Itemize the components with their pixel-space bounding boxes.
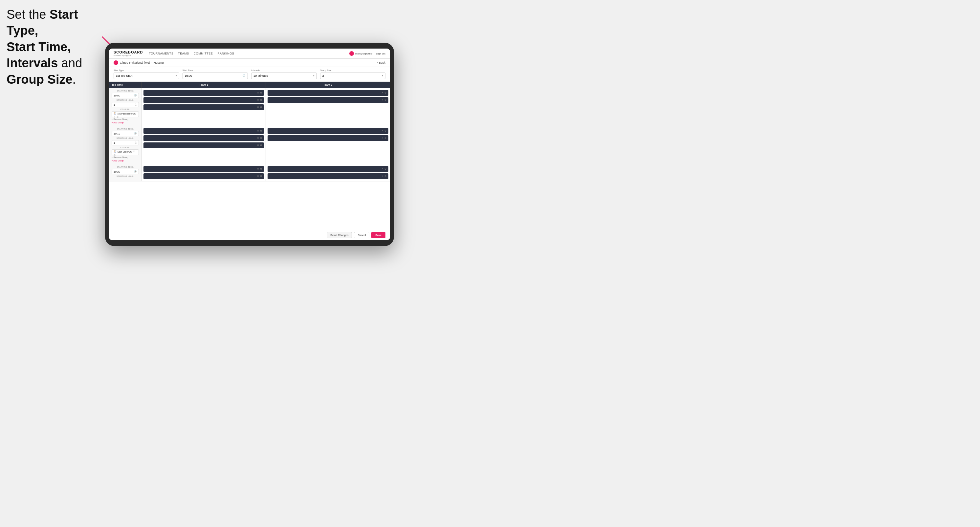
starting-hole-value-2: 1 bbox=[114, 141, 115, 144]
starting-time-input-3[interactable]: 10:20 🕐 bbox=[111, 169, 139, 174]
hole-down-icon[interactable]: ▼ bbox=[135, 143, 137, 145]
nav-right: blair@clippd.io | Sign out bbox=[349, 51, 385, 56]
player-x-icon[interactable]: ✕ bbox=[382, 92, 383, 94]
player-gear-icon[interactable]: ⚙ bbox=[260, 175, 262, 178]
player-gear-icon[interactable]: ⚙ bbox=[260, 130, 262, 132]
player-row: ✕ ⚙ bbox=[143, 97, 264, 103]
add-group-btn-1[interactable]: + Add Group bbox=[111, 121, 139, 124]
player-row: ✕ ⚙ bbox=[267, 166, 388, 172]
player-row: ✕ ⚙ bbox=[267, 173, 388, 179]
group-size-field: Group Size 3 ▾ bbox=[320, 69, 386, 79]
starting-hole-input-2[interactable]: 1 ▲ ▼ bbox=[111, 140, 139, 145]
player-x-icon[interactable]: ✕ bbox=[257, 92, 259, 94]
breadcrumb-tournament[interactable]: Clippd Invitational (Me) bbox=[120, 61, 150, 64]
instruction-bold-3: Intervals bbox=[6, 56, 58, 70]
tee-time-col-1: STARTING TIME: 10:00 🕐 STARTING HOLE: 1 … bbox=[109, 88, 142, 126]
nav-bar: SCOREBOARD Powered by clipp.io TOURNAMEN… bbox=[109, 49, 390, 59]
course-flag-icon-2: 🏌 bbox=[114, 150, 116, 153]
course-remove-icon-2[interactable]: ✕ bbox=[133, 150, 135, 153]
player-row: ✕ ⚙ bbox=[143, 173, 264, 179]
clock-icon-2: 🕐 bbox=[134, 132, 137, 135]
player-x-icon[interactable]: ✕ bbox=[382, 175, 383, 178]
back-button[interactable]: ‹ Back bbox=[377, 61, 385, 64]
start-type-field: Start Type 1st Tee Start ▾ bbox=[114, 69, 179, 79]
start-time-value: 10:00 bbox=[185, 74, 192, 78]
breadcrumb-section: Hosting bbox=[154, 61, 164, 64]
player-gear-icon[interactable]: ⚙ bbox=[260, 92, 262, 94]
player-row: ✕ ⚙ bbox=[143, 166, 264, 172]
course-name-2: East Lake GC bbox=[118, 151, 132, 153]
player-x-icon[interactable]: ✕ bbox=[382, 99, 383, 102]
remove-group-btn-2[interactable]: ○ Remove Group bbox=[111, 156, 139, 159]
start-type-value: 1st Tee Start bbox=[116, 74, 132, 78]
user-email: blair@clippd.io bbox=[355, 52, 372, 55]
course-tag-2[interactable]: 🏌 East Lake GC ✕ ⚙ bbox=[111, 149, 139, 155]
hole-down-icon[interactable]: ▼ bbox=[135, 105, 137, 106]
player-gear-icon[interactable]: ⚙ bbox=[385, 168, 387, 170]
player-x-icon[interactable]: ✕ bbox=[382, 168, 383, 170]
tablet-screen: SCOREBOARD Powered by clipp.io TOURNAMEN… bbox=[109, 49, 390, 240]
bottom-bar: Reset Changes Cancel Save bbox=[109, 230, 390, 240]
starting-time-input-1[interactable]: 10:00 🕐 bbox=[111, 93, 139, 98]
group-size-select[interactable]: 3 ▾ bbox=[320, 73, 386, 79]
start-type-select[interactable]: 1st Tee Start ▾ bbox=[114, 73, 179, 79]
player-x-icon[interactable]: ✕ bbox=[382, 130, 383, 132]
course-tag-1[interactable]: 🏌 (A) Peachtree GC ✕ ⚙ bbox=[111, 111, 139, 117]
player-x-icon[interactable]: ✕ bbox=[257, 130, 259, 132]
instruction-bold-1: Start Type, bbox=[6, 8, 78, 37]
instruction-bold-4: Group Size bbox=[6, 73, 73, 86]
starting-time-input-2[interactable]: 10:10 🕐 bbox=[111, 131, 139, 136]
nav-committee[interactable]: COMMITTEE bbox=[194, 52, 213, 55]
starting-hole-input-1[interactable]: 1 ▲ ▼ bbox=[111, 102, 139, 107]
nav-rankings[interactable]: RANKINGS bbox=[217, 52, 234, 55]
group-size-label: Group Size bbox=[320, 69, 386, 71]
course-label-1: COURSE: bbox=[111, 108, 139, 110]
player-gear-icon[interactable]: ⚙ bbox=[385, 99, 387, 102]
intervals-field: Intervals 10 Minutes ▾ bbox=[251, 69, 317, 79]
reset-changes-button[interactable]: Reset Changes bbox=[327, 232, 352, 238]
breadcrumb-bar: Clippd Invitational (Me) › Hosting ‹ Bac… bbox=[109, 59, 390, 67]
add-group-btn-2[interactable]: + Add Group bbox=[111, 159, 139, 162]
settings-row: Start Type 1st Tee Start ▾ Start Time 10… bbox=[109, 67, 390, 82]
starting-time-label-3: STARTING TIME: bbox=[111, 166, 139, 168]
nav-tournaments[interactable]: TOURNAMENTS bbox=[149, 52, 173, 55]
nav-teams[interactable]: TEAMS bbox=[178, 52, 189, 55]
save-button[interactable]: Save bbox=[371, 232, 385, 238]
team1-col-1: ✕ ⚙ ✕ ⚙ ✕ bbox=[142, 88, 266, 126]
player-gear-icon[interactable]: ⚙ bbox=[385, 92, 387, 94]
player-gear-icon[interactable]: ⚙ bbox=[260, 106, 262, 109]
player-x-icon[interactable]: ✕ bbox=[257, 168, 259, 170]
player-gear-icon[interactable]: ⚙ bbox=[385, 175, 387, 178]
clock-icon-1: 🕐 bbox=[134, 94, 137, 97]
start-time-clock-icon: 🕐 bbox=[243, 75, 246, 77]
data-table: Tee Time Team 1 Team 2 STARTING TIME: 10… bbox=[109, 82, 390, 230]
table-row: STARTING TIME: 10:00 🕐 STARTING HOLE: 1 … bbox=[109, 88, 390, 126]
player-x-icon[interactable]: ✕ bbox=[257, 137, 259, 140]
player-row: ✕ ⚙ bbox=[267, 135, 388, 141]
sign-out-link[interactable]: Sign out bbox=[376, 52, 385, 55]
player-gear-icon[interactable]: ⚙ bbox=[385, 137, 387, 140]
tee-time-col-3: STARTING TIME: 10:20 🕐 STARTING HOLE: bbox=[109, 164, 142, 181]
player-x-icon[interactable]: ✕ bbox=[257, 106, 259, 109]
intervals-select[interactable]: 10 Minutes ▾ bbox=[251, 73, 317, 79]
course-label-2: COURSE: bbox=[111, 146, 139, 148]
remove-group-btn-1[interactable]: ○ Remove Group bbox=[111, 118, 139, 121]
logo-area: SCOREBOARD Powered by clipp.io bbox=[114, 51, 143, 56]
cancel-button[interactable]: Cancel bbox=[354, 232, 369, 238]
player-gear-icon[interactable]: ⚙ bbox=[260, 137, 262, 140]
starting-time-value-2: 10:10 bbox=[114, 132, 120, 135]
th-team2: Team 2 bbox=[266, 82, 390, 88]
player-gear-icon[interactable]: ⚙ bbox=[260, 99, 262, 102]
player-x-icon[interactable]: ✕ bbox=[257, 175, 259, 178]
player-x-icon[interactable]: ✕ bbox=[257, 144, 259, 147]
player-x-icon[interactable]: ✕ bbox=[257, 99, 259, 102]
breadcrumb-icon bbox=[114, 60, 118, 65]
player-gear-icon[interactable]: ⚙ bbox=[260, 168, 262, 170]
starting-time-value-3: 10:20 bbox=[114, 170, 120, 173]
logo-text: SCOREBOARD bbox=[114, 51, 143, 54]
table-row: STARTING TIME: 10:20 🕐 STARTING HOLE: ✕ … bbox=[109, 164, 390, 181]
player-gear-icon[interactable]: ⚙ bbox=[260, 144, 262, 147]
player-x-icon[interactable]: ✕ bbox=[382, 137, 383, 140]
player-gear-icon[interactable]: ⚙ bbox=[385, 130, 387, 132]
start-time-select[interactable]: 10:00 🕐 bbox=[183, 73, 248, 79]
